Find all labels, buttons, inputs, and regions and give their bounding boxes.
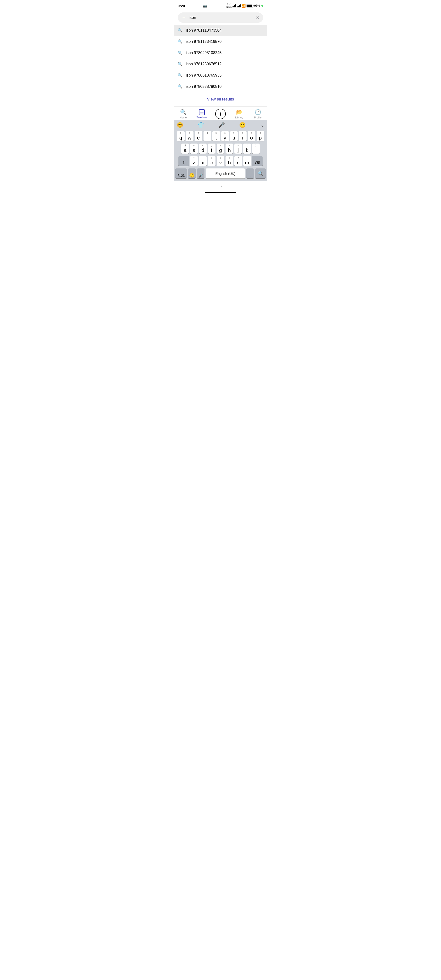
camera-icon: 📷 [203, 4, 207, 8]
search-container: ← ✕ [174, 11, 267, 25]
smiley-icon[interactable]: 🙂 [239, 122, 246, 128]
key-f[interactable]: _f [208, 143, 216, 154]
mic-icon[interactable]: 🎤 [218, 122, 225, 128]
key-v[interactable]: ;v [217, 156, 224, 166]
suggestion-item[interactable]: 🔍 isbn 9781259676512 [174, 58, 267, 70]
keyboard-toolbar: 😊 👕 🎤 🙂 ⌄ [174, 120, 267, 130]
wifi-icon: 📶 [241, 4, 246, 8]
suggestion-item[interactable]: 🔍 isbn 9781133419570 [174, 36, 267, 47]
library-icon: 📂 [236, 109, 243, 115]
key-d[interactable]: £d [199, 143, 207, 154]
key-j[interactable]: +j [234, 143, 242, 154]
network-speed: 7.50KB/s [227, 3, 232, 9]
solutions-icon [199, 109, 205, 115]
emoji-key[interactable]: 🙂 [188, 169, 196, 178]
bottom-nav: 🔍 Home Solutions + 📂 Library 🕐 Profile [174, 107, 267, 120]
search-key[interactable]: 🔍 [255, 169, 266, 178]
nav-label-library: Library [235, 116, 243, 119]
suggestion-item[interactable]: 🔍 isbn 9780495108245 [174, 47, 267, 58]
keyboard-bottom-row: ?123 🙂 🎤 English (UK) . 🔍 [174, 169, 267, 178]
nav-item-home[interactable]: 🔍 Home [176, 109, 190, 119]
suggestion-text: isbn 9780618765935 [186, 73, 222, 78]
clear-button[interactable]: ✕ [256, 15, 260, 20]
home-indicator [205, 192, 236, 193]
mic-key[interactable]: 🎤 [197, 169, 205, 178]
key-q[interactable]: 1q [177, 131, 185, 141]
signal-bars-2 [237, 4, 241, 7]
view-all-results[interactable]: View all results [174, 92, 267, 107]
key-z[interactable]: *z [190, 156, 198, 166]
suggestion-item[interactable]: 🔍 isbn 9780618765935 [174, 70, 267, 81]
hide-keyboard-button[interactable]: ⌄ [174, 181, 267, 191]
chevron-down-icon[interactable]: ⌄ [260, 122, 264, 128]
shift-key[interactable]: ⇧ [178, 156, 189, 166]
battery-dot [262, 5, 263, 7]
key-p[interactable]: 0p [257, 131, 264, 141]
profile-icon: 🕐 [255, 109, 261, 115]
suggestion-item[interactable]: 🔍 isbn 9781118473504 [174, 25, 267, 36]
key-n[interactable]: ?n [234, 156, 242, 166]
period-key[interactable]: . [246, 169, 254, 178]
key-u[interactable]: 7u [230, 131, 238, 141]
keyboard-row-2: @a #s £d _f &g -h +j (k )l [174, 143, 267, 154]
search-input[interactable] [189, 15, 254, 20]
battery [247, 4, 253, 7]
keyboard-row-3: ⇧ *z x :c ;v !b ?n m ⌫ [174, 156, 267, 166]
key-k[interactable]: (k [243, 143, 251, 154]
key-l[interactable]: )l [252, 143, 260, 154]
num-sym-key[interactable]: ?123 [175, 169, 187, 178]
suggestions-list: 🔍 isbn 9781118473504 🔍 isbn 978113341957… [174, 25, 267, 92]
key-y[interactable]: 6y [221, 131, 229, 141]
keyboard: 1q 2w 3e 4r 5t 6y 7u 8i 9o 0p @a #s £d _… [174, 130, 267, 181]
home-icon: 🔍 [180, 109, 187, 115]
nav-item-library[interactable]: 📂 Library [232, 109, 246, 119]
nav-label-profile: Profile [254, 116, 262, 119]
space-key[interactable]: English (UK) [206, 169, 245, 178]
key-w[interactable]: 2w [186, 131, 194, 141]
suggestion-text: isbn 9780538780810 [186, 84, 222, 89]
suggestion-text: isbn 9780495108245 [186, 51, 222, 55]
search-icon: 🔍 [178, 73, 182, 78]
back-button[interactable]: ← [181, 15, 186, 20]
key-x[interactable]: x [199, 156, 207, 166]
nav-item-profile[interactable]: 🕐 Profile [251, 109, 265, 119]
keyboard-row-1: 1q 2w 3e 4r 5t 6y 7u 8i 9o 0p [174, 131, 267, 141]
suggestion-text: isbn 9781259676512 [186, 62, 222, 66]
key-a[interactable]: @a [181, 143, 189, 154]
signal-bars-1 [232, 4, 236, 7]
status-bar: 9:20 📷 · 7.50KB/s 📶 96% [174, 0, 267, 11]
dot-indicator: · [207, 4, 208, 7]
search-icon: 🔍 [178, 39, 182, 44]
key-o[interactable]: 9o [248, 131, 255, 141]
add-button[interactable]: + [215, 109, 226, 119]
delete-key[interactable]: ⌫ [252, 156, 263, 166]
emoji-face-icon[interactable]: 😊 [177, 122, 183, 128]
shirt-icon[interactable]: 👕 [198, 122, 204, 128]
nav-label-home: Home [179, 116, 187, 119]
status-right: 7.50KB/s 📶 96% [227, 3, 263, 9]
search-icon: 🔍 [178, 62, 182, 66]
key-c[interactable]: :c [208, 156, 216, 166]
status-time: 9:20 [178, 4, 185, 8]
search-bar[interactable]: ← ✕ [178, 13, 263, 23]
key-h[interactable]: -h [225, 143, 233, 154]
battery-percent: 96% [254, 4, 260, 7]
nav-label-solutions: Solutions [196, 116, 207, 119]
suggestion-text: isbn 9781133419570 [186, 40, 222, 44]
key-e[interactable]: 3e [195, 131, 202, 141]
suggestion-text: isbn 9781118473504 [186, 28, 222, 33]
key-s[interactable]: #s [190, 143, 198, 154]
nav-item-solutions[interactable]: Solutions [195, 109, 209, 119]
suggestion-item[interactable]: 🔍 isbn 9780538780810 [174, 81, 267, 92]
key-m[interactable]: m [243, 156, 251, 166]
key-g[interactable]: &g [217, 143, 224, 154]
key-i[interactable]: 8i [239, 131, 247, 141]
nav-item-add[interactable]: + [213, 109, 228, 119]
search-icon: 🔍 [178, 28, 182, 33]
search-icon: 🔍 [178, 51, 182, 55]
key-t[interactable]: 5t [213, 131, 220, 141]
key-r[interactable]: 4r [203, 131, 211, 141]
search-icon: 🔍 [178, 84, 182, 89]
key-b[interactable]: !b [225, 156, 233, 166]
